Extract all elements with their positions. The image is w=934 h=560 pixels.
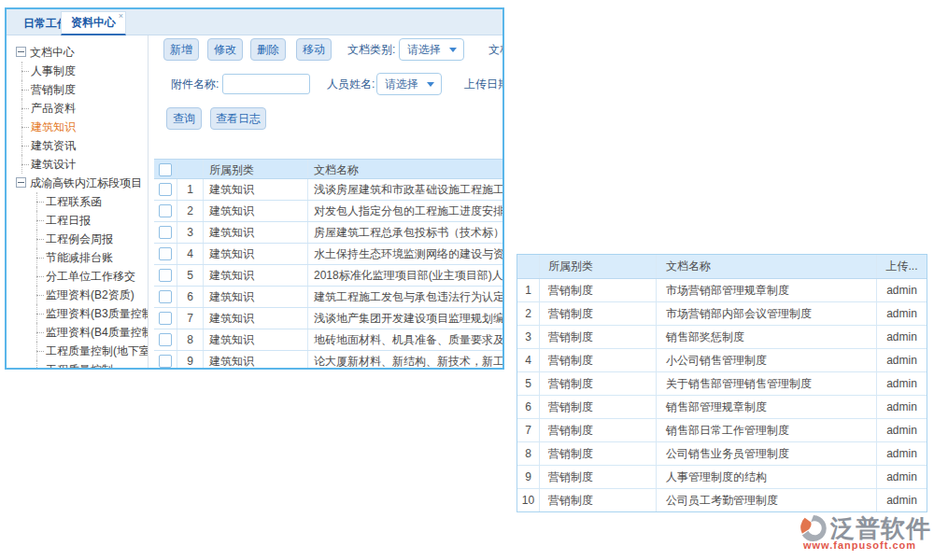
row-index: 1: [517, 279, 540, 301]
table-row[interactable]: 5 建筑知识 2018标准化监理项目部(业主项目部)人员...: [154, 265, 502, 287]
tree-item-quality-control-basement[interactable]: 工程质量控制(地下室): [7, 342, 148, 360]
tree-item-partial-clipped[interactable]: 工程质量控制: [7, 360, 148, 368]
table-row[interactable]: 5 营销制度 关于销售部管理销售管理制度 admin: [517, 372, 927, 396]
tab-close-icon[interactable]: ×: [119, 11, 123, 21]
row-category: 营销制度: [540, 396, 657, 418]
tree-item-personnel-rules[interactable]: 人事制度: [7, 62, 148, 80]
person-name-value: 请选择: [385, 74, 418, 94]
row-doc-name: 2018标准化监理项目部(业主项目部)人员...: [308, 265, 502, 286]
row-doc-name: 销售部奖惩制度: [657, 326, 877, 348]
row-doc-name: 房屋建筑工程总承包投标书（技术标）...: [308, 222, 502, 243]
row-index: 7: [177, 308, 204, 329]
tree-item-supervision-b3[interactable]: 监理资料(B3质量控制): [7, 304, 148, 323]
tab-data-center-label: 资料中心: [71, 16, 116, 29]
tree-item-supervision-b2[interactable]: 监理资料(B2资质): [7, 286, 148, 304]
view-log-button[interactable]: 查看日志: [210, 107, 266, 130]
row-doc-name: 市场营销部内部会议管理制度: [657, 302, 877, 325]
tree-root-railway-project[interactable]: 成渝高铁内江标段项目: [7, 174, 148, 192]
collapse-icon[interactable]: [16, 177, 26, 188]
row-index: 8: [517, 442, 540, 465]
row-checkbox-cell: [154, 244, 177, 264]
row-checkbox[interactable]: [159, 183, 172, 196]
row-checkbox-cell: [154, 222, 177, 243]
tree-item-energy-saving-ledger[interactable]: 节能减排台账: [7, 248, 148, 267]
table-row[interactable]: 8 建筑知识 地砖地面材料、机具准备、质量要求及...: [154, 329, 502, 351]
table-row[interactable]: 7 营销制度 销售部日常工作管理制度 admin: [517, 419, 927, 442]
row-category: 营销制度: [540, 302, 657, 325]
person-name-select[interactable]: 请选择: [376, 73, 442, 95]
tree-item-weekly-meeting[interactable]: 工程例会周报: [7, 230, 148, 248]
tree-item-construction-news[interactable]: 建筑资讯: [7, 136, 148, 155]
window-content: 新增 修改 删除 移动 文档类别: 请选择 文档 附件名称: 人员姓名: 请选择…: [149, 35, 502, 368]
table-row[interactable]: 8 营销制度 公司销售业务员管理制度 admin: [517, 442, 927, 466]
edit-button[interactable]: 修改: [207, 38, 243, 61]
row-checkbox[interactable]: [159, 226, 172, 239]
attachment-name-label: 附件名称:: [171, 73, 219, 95]
row-doc-name: 公司员工考勤管理制度: [657, 489, 877, 511]
tab-bar: 日常工作 资料中心 ×: [7, 9, 502, 35]
row-checkbox[interactable]: [159, 247, 172, 260]
header-index: [517, 255, 540, 278]
doc-category-select[interactable]: 请选择: [399, 38, 464, 61]
row-index: 8: [177, 329, 204, 350]
move-button[interactable]: 移动: [296, 38, 332, 61]
add-button[interactable]: 新增: [163, 38, 199, 61]
table-row[interactable]: 10 营销制度 公司员工考勤管理制度 admin: [517, 489, 927, 512]
table-row[interactable]: 9 建筑知识 论大厦新材料、新结构、新技术，新工...: [154, 351, 502, 368]
table-row[interactable]: 6 营销制度 销售部管理规章制度 admin: [517, 396, 927, 419]
table-row[interactable]: 1 营销制度 市场营销部管理规章制度 admin: [517, 279, 927, 302]
row-category: 营销制度: [540, 349, 657, 371]
row-checkbox[interactable]: [159, 333, 172, 346]
tree-item-work-transfer[interactable]: 分工单位工作移交: [7, 267, 148, 286]
query-button[interactable]: 查询: [166, 107, 202, 130]
row-checkbox-cell: [154, 351, 177, 368]
table-row[interactable]: 7 建筑知识 浅谈地产集团开发建设项目监理规划编...: [154, 308, 502, 329]
table-row[interactable]: 3 营销制度 销售部奖惩制度 admin: [517, 326, 927, 349]
table-row[interactable]: 4 建筑知识 水土保持生态环境监测网络的建设与资...: [154, 244, 502, 265]
row-checkbox[interactable]: [159, 355, 172, 368]
document-table: 所属别类 文档名称 1 建筑知识 浅谈房屋建筑和市政基础设施工程施工... 2 …: [154, 159, 502, 368]
tree-item-marketing-rules[interactable]: 营销制度: [7, 80, 148, 99]
tree-root-document-center[interactable]: 文档中心: [7, 43, 148, 62]
tree-item-construction-design[interactable]: 建筑设计: [7, 155, 148, 174]
row-checkbox[interactable]: [159, 312, 172, 325]
select-all-checkbox[interactable]: [159, 163, 172, 176]
table-row[interactable]: 1 建筑知识 浅谈房屋建筑和市政基础设施工程施工...: [154, 179, 502, 201]
table-row[interactable]: 2 建筑知识 对发包人指定分包的工程施工进度安排...: [154, 201, 502, 222]
tab-data-center[interactable]: 资料中心 ×: [61, 11, 126, 35]
table-header-row: 所属别类 文档名称 上传...: [517, 255, 927, 279]
row-index: 1: [177, 179, 204, 200]
table-row[interactable]: 9 营销制度 人事管理制度的结构 admin: [517, 466, 927, 489]
attachment-name-input[interactable]: [222, 74, 310, 94]
row-doc-name: 销售部管理规章制度: [657, 396, 877, 418]
document-tree-sidebar: 文档中心 人事制度 营销制度 产品资料 建筑知识 建筑资讯 建筑设计 成渝高铁内…: [7, 35, 149, 368]
row-checkbox[interactable]: [159, 290, 172, 303]
tree-item-supervision-b4[interactable]: 监理资料(B4质量控制): [7, 323, 148, 342]
row-doc-name: 浅谈地产集团开发建设项目监理规划编...: [308, 308, 502, 329]
tree-item-project-letters[interactable]: 工程联系函: [7, 192, 148, 211]
header-doc-name: 文档名称: [657, 255, 877, 278]
table-row[interactable]: 3 建筑知识 房屋建筑工程总承包投标书（技术标）...: [154, 222, 502, 244]
row-category: 建筑知识: [204, 244, 308, 264]
table-row[interactable]: 6 建筑知识 建筑工程施工发包与承包违法行为认定...: [154, 287, 502, 308]
collapse-icon[interactable]: [16, 47, 26, 57]
delete-button[interactable]: 删除: [250, 38, 286, 61]
table-row[interactable]: 2 营销制度 市场营销部内部会议管理制度 admin: [517, 302, 927, 326]
row-category: 营销制度: [540, 279, 657, 301]
tree-item-project-daily-report[interactable]: 工程日报: [7, 211, 148, 230]
document-center-window: 日常工作 资料中心 × 文档中心 人事制度 营销制度 产品资料 建筑知识 建筑资…: [5, 7, 504, 370]
row-index: 2: [177, 201, 204, 221]
row-checkbox[interactable]: [159, 269, 172, 282]
table-row[interactable]: 4 营销制度 小公司销售管理制度 admin: [517, 349, 927, 372]
row-doc-name: 市场营销部管理规章制度: [657, 279, 877, 301]
tree-item-product-data[interactable]: 产品资料: [7, 99, 148, 118]
row-category: 营销制度: [540, 372, 657, 395]
row-doc-name: 人事管理制度的结构: [657, 466, 877, 488]
row-checkbox-cell: [154, 265, 177, 286]
row-category: 营销制度: [540, 442, 657, 465]
row-checkbox[interactable]: [159, 204, 172, 217]
row-doc-name: 关于销售部管理销售管理制度: [657, 372, 877, 395]
row-doc-name: 公司销售业务员管理制度: [657, 442, 877, 465]
tree-item-construction-knowledge[interactable]: 建筑知识: [7, 118, 148, 136]
person-name-label: 人员姓名:: [327, 73, 375, 95]
